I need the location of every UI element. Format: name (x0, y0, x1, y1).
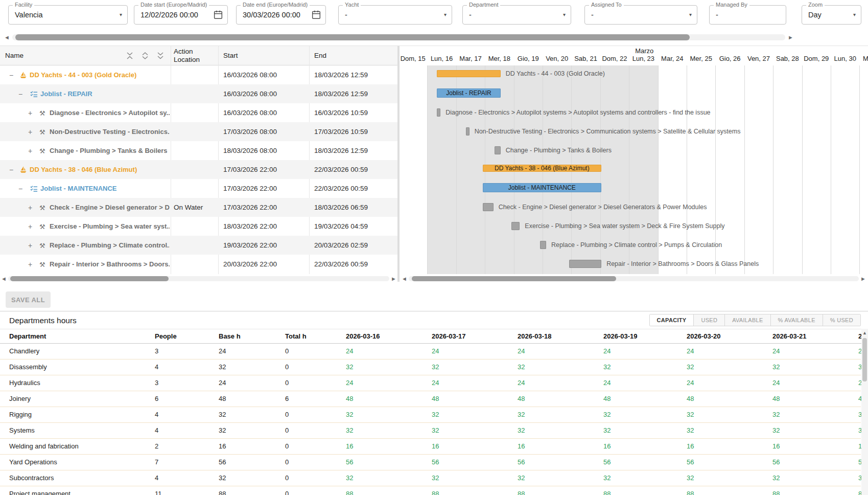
scroll-right-icon[interactable]: ► (391, 276, 396, 282)
expand-icon[interactable]: + (27, 241, 34, 250)
zoom-select[interactable]: Zoom Day ▾ (802, 5, 861, 25)
toggle-levels-icon[interactable] (157, 52, 164, 60)
column-header-start[interactable]: Start (223, 52, 238, 59)
managed-by-input[interactable]: Managed By - (709, 5, 786, 25)
dept-capacity-value: 48 (432, 391, 439, 407)
save-all-button[interactable]: SAVE ALL (6, 291, 51, 308)
tab-capacity[interactable]: CAPACITY (650, 314, 694, 326)
expand-icon[interactable]: + (27, 260, 34, 268)
scroll-left-icon[interactable]: ◄ (402, 276, 407, 282)
gantt-tree-row[interactable]: +⚒Non-Destructive Testing - Electronics.… (0, 122, 397, 141)
scrollbar-thumb[interactable] (10, 276, 169, 281)
date-end-input[interactable]: Date end (Europe/Madrid) 30/03/2026 00:0… (236, 5, 326, 25)
row-start: 17/03/2026 22:00 (223, 160, 277, 179)
dept-total_h-value: 0 (285, 375, 289, 391)
gantt-tree-row[interactable]: −Joblist - MAINTENANCE17/03/2026 22:0022… (0, 179, 397, 198)
gantt-bar-label: Change - Plumbing > Tanks & Boilers (506, 146, 612, 155)
dept-table-row: Hydraulics324024242424242424 (0, 375, 861, 391)
row-name: Repair - Interior > Bathrooms > Doors... (50, 255, 170, 274)
dept-table-row: Chandlery324024242424242424 (0, 344, 861, 359)
dept-total_h-value: 0 (285, 470, 289, 486)
gantt-bar-joblist[interactable]: Joblist - MAINTENANCE (483, 183, 602, 192)
yacht-label: Yacht (343, 2, 361, 8)
dept-base_h-value: 32 (219, 423, 226, 438)
collapse-all-icon[interactable] (126, 52, 133, 60)
day-gridline (831, 65, 831, 274)
dept-table-row: Subcontractors432032323232323232 (0, 470, 861, 486)
gantt-bar-yacht[interactable] (437, 70, 501, 77)
dept-capacity-value: 16 (603, 439, 611, 454)
scroll-up-icon[interactable]: ▲ (861, 330, 868, 335)
gantt-bar-task[interactable] (511, 222, 520, 230)
dept-capacity-value: 32 (772, 407, 780, 422)
dept-vertical-scrollbar[interactable]: ▲ (861, 329, 868, 495)
scrollbar-thumb[interactable] (15, 34, 690, 40)
gantt-tree-row[interactable]: +⚒Check - Engine > Diesel generator > D.… (0, 198, 397, 217)
gantt-bar-task[interactable] (569, 260, 601, 268)
facility-select[interactable]: Facility Valencia ▾ (8, 5, 128, 25)
department-name: Chandlery (9, 344, 39, 359)
yacht-select[interactable]: Yacht - ▾ (338, 5, 452, 25)
expand-icon[interactable]: + (27, 147, 34, 155)
dept-capacity-value: 32 (346, 423, 353, 438)
gantt-tree-row[interactable]: +⚒Diagnose - Electronics > Autopilot sy.… (0, 103, 397, 122)
scroll-left-icon[interactable]: ◄ (4, 34, 10, 40)
yacht-value: - (345, 11, 347, 19)
tab-used[interactable]: USED (693, 314, 724, 326)
timeline-horizontal-scrollbar[interactable]: ◄ ► (402, 276, 866, 282)
tab-available[interactable]: % AVAILABLE (770, 314, 823, 326)
assigned-to-select[interactable]: Assigned To - ▾ (584, 5, 697, 25)
column-header-action-location[interactable]: Action Location (174, 48, 210, 64)
column-header-end[interactable]: End (314, 52, 326, 59)
gantt-bar-task[interactable] (466, 127, 470, 136)
gantt-bar-yacht[interactable]: DD Yachts - 38 - 046 (Blue Azimut) (483, 165, 602, 172)
gantt-tree-row[interactable]: +⚒Repair - Interior > Bathrooms > Doors.… (0, 255, 397, 274)
gantt-bar-task[interactable] (540, 241, 546, 249)
collapse-icon[interactable]: − (17, 90, 24, 98)
zoom-label: Zoom (806, 2, 825, 8)
main-horizontal-scrollbar[interactable]: ◄ ► (4, 34, 793, 41)
department-value: - (469, 11, 472, 19)
scroll-left-icon[interactable]: ◄ (1, 276, 7, 282)
expand-icon[interactable]: + (27, 109, 34, 117)
gantt-tree-row[interactable]: −DD Yachts - 44 - 003 (Gold Oracle)16/03… (0, 65, 397, 84)
dept-table-row: Yard Operations756056565656565656 (0, 455, 861, 470)
gantt-tree-row[interactable]: +⚒Replace - Plumbing > Climate control..… (0, 236, 397, 255)
gantt-tree-row[interactable]: −DD Yachts - 38 - 046 (Blue Azimut)17/03… (0, 160, 397, 179)
gantt-bar-task[interactable] (495, 146, 501, 154)
expand-all-icon[interactable] (142, 52, 149, 60)
assigned-to-label: Assigned To (589, 2, 624, 8)
gantt-bar-task[interactable] (483, 203, 494, 211)
scrollbar-thumb[interactable] (412, 276, 616, 281)
row-end: 18/03/2026 12:59 (314, 141, 368, 160)
calendar-icon[interactable] (311, 9, 322, 20)
tab-used[interactable]: % USED (823, 314, 860, 326)
scroll-right-icon[interactable]: ► (788, 34, 793, 40)
gantt-tree-row[interactable]: +⚒Exercise - Plumbing > Sea water syst..… (0, 217, 397, 236)
expand-icon[interactable]: + (27, 222, 34, 231)
dept-total_h-value: 0 (285, 344, 289, 359)
gantt-tree-row[interactable]: +⚒Change - Plumbing > Tanks & Boilers18/… (0, 141, 397, 160)
expand-icon[interactable]: + (27, 128, 34, 136)
row-start: 16/03/2026 08:00 (223, 65, 277, 84)
scroll-right-icon[interactable]: ► (860, 276, 866, 282)
calendar-icon[interactable] (213, 9, 224, 20)
row-end: 20/03/2026 02:59 (314, 236, 368, 255)
gantt-tree-row[interactable]: −Joblist - REPAIR16/03/2026 08:0018/03/2… (0, 84, 397, 103)
dept-total_h-value: 0 (285, 439, 289, 454)
collapse-icon[interactable]: − (8, 166, 15, 174)
collapse-icon[interactable]: − (17, 185, 24, 193)
dept-capacity-value: 32 (603, 423, 611, 438)
gantt-bar-joblist[interactable]: Joblist - REPAIR (437, 88, 501, 98)
scrollbar-thumb[interactable] (862, 338, 867, 381)
gantt-bar-task[interactable] (437, 108, 440, 117)
tab-available[interactable]: AVAILABLE (724, 314, 770, 326)
column-header-name[interactable]: Name (5, 52, 24, 59)
tree-horizontal-scrollbar[interactable]: ◄ ► (1, 276, 396, 282)
collapse-icon[interactable]: − (8, 71, 15, 79)
assigned-to-value: - (591, 11, 594, 19)
department-select[interactable]: Department - ▾ (462, 5, 571, 25)
expand-icon[interactable]: + (27, 204, 34, 212)
day-header-label: Ven, 27 (744, 55, 773, 64)
date-start-input[interactable]: Date start (Europe/Madrid) 12/02/2026 00… (134, 5, 228, 25)
